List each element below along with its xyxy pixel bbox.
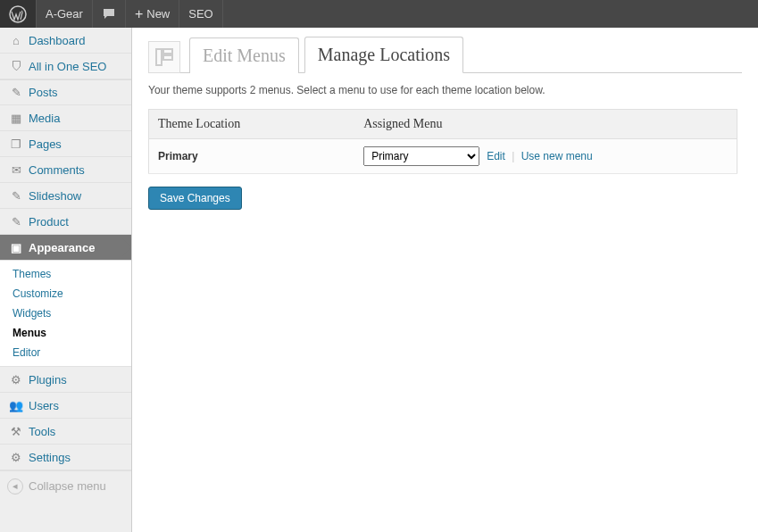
sidebar-item-plugins[interactable]: ⚙ Plugins xyxy=(0,367,131,393)
submenu-item-customize[interactable]: Customize xyxy=(0,284,131,303)
tab-label: Edit Menus xyxy=(203,46,286,65)
submenu-item-themes[interactable]: Themes xyxy=(0,264,131,284)
plugin-icon: ⚙ xyxy=(7,373,25,387)
wordpress-icon xyxy=(9,5,27,23)
row-actions: Edit | Use new menu xyxy=(487,150,593,162)
tab-edit-menus[interactable]: Edit Menus xyxy=(189,37,299,73)
new-content-link[interactable]: + New xyxy=(126,0,179,28)
pin-icon: ✎ xyxy=(7,86,25,99)
sidebar-item-label: Settings xyxy=(29,451,71,464)
comment-icon: ✉ xyxy=(7,163,25,177)
sidebar-item-label: Plugins xyxy=(29,373,67,387)
save-changes-button[interactable]: Save Changes xyxy=(148,187,242,210)
media-icon: ▦ xyxy=(7,112,25,125)
sidebar-item-label: Users xyxy=(29,399,59,412)
seo-label: SEO xyxy=(188,7,212,21)
new-label: New xyxy=(146,7,170,21)
site-name-link[interactable]: A-Gear xyxy=(37,0,93,28)
shield-icon: ⛉ xyxy=(7,60,25,73)
edit-link[interactable]: Edit xyxy=(487,150,505,162)
comments-bubble[interactable] xyxy=(93,0,126,28)
submenu-item-editor[interactable]: Editor xyxy=(0,343,131,362)
tools-icon: ⚒ xyxy=(7,425,25,438)
use-new-menu-link[interactable]: Use new menu xyxy=(521,150,593,162)
sidebar-item-posts[interactable]: ✎ Posts xyxy=(0,79,131,105)
tab-bar: Edit Menus Manage Locations xyxy=(148,37,742,73)
pin-icon: ✎ xyxy=(7,189,25,203)
admin-toolbar: A-Gear + New SEO xyxy=(0,0,758,28)
dashboard-icon: ⌂ xyxy=(7,34,25,47)
tab-label: Manage Locations xyxy=(318,45,450,64)
sidebar-item-users[interactable]: 👥 Users xyxy=(0,393,131,419)
svg-rect-2 xyxy=(163,49,172,54)
collapse-label: Collapse menu xyxy=(29,479,106,493)
sidebar-item-label: Media xyxy=(29,112,60,125)
chevron-left-icon: ◂ xyxy=(7,478,23,495)
pin-icon: ✎ xyxy=(7,215,25,229)
appearance-icon: ▣ xyxy=(7,241,25,254)
sidebar-item-tools[interactable]: ⚒ Tools xyxy=(0,419,131,445)
col-theme-location: Theme Location xyxy=(149,110,355,139)
location-name: Primary xyxy=(149,139,355,174)
locations-table: Theme Location Assigned Menu Primary Pri… xyxy=(148,109,737,174)
users-icon: 👥 xyxy=(7,399,25,412)
submenu-item-widgets[interactable]: Widgets xyxy=(0,303,131,323)
sidebar-item-dashboard[interactable]: ⌂ Dashboard xyxy=(0,28,131,54)
table-row: Primary Primary Edit | Use new menu xyxy=(149,139,737,174)
separator: | xyxy=(512,150,514,162)
admin-sidebar: ⌂ Dashboard ⛉ All in One SEO ✎ Posts ▦ M… xyxy=(0,28,132,532)
page-icon: ❐ xyxy=(7,137,25,151)
wordpress-logo[interactable] xyxy=(0,0,37,28)
sidebar-item-label: Dashboard xyxy=(29,34,86,47)
site-name: A-Gear xyxy=(46,7,83,21)
sidebar-item-appearance[interactable]: ▣ Appearance xyxy=(0,235,131,261)
tab-manage-locations[interactable]: Manage Locations xyxy=(304,37,463,73)
collapse-menu-button[interactable]: ◂ Collapse menu xyxy=(0,470,131,501)
appearance-submenu: Themes Customize Widgets Menus Editor xyxy=(0,261,131,367)
svg-rect-3 xyxy=(163,55,172,60)
sidebar-item-label: Product xyxy=(29,215,69,229)
sidebar-item-label: Tools xyxy=(29,425,55,438)
sidebar-item-label: Comments xyxy=(29,163,85,177)
seo-link[interactable]: SEO xyxy=(179,0,222,28)
plus-icon: + xyxy=(135,6,143,22)
comment-icon xyxy=(102,7,116,21)
sidebar-item-product[interactable]: ✎ Product xyxy=(0,209,131,235)
settings-icon: ⚙ xyxy=(7,451,25,464)
sidebar-item-label: All in One SEO xyxy=(29,60,106,73)
sidebar-item-label: Posts xyxy=(29,86,58,99)
assigned-menu-select[interactable]: Primary xyxy=(363,146,479,166)
sidebar-item-media[interactable]: ▦ Media xyxy=(0,105,131,131)
sidebar-item-label: Appearance xyxy=(29,241,95,254)
sidebar-item-slideshow[interactable]: ✎ Slideshow xyxy=(0,183,131,209)
sidebar-item-label: Slideshow xyxy=(29,189,81,203)
sidebar-item-comments[interactable]: ✉ Comments xyxy=(0,157,131,183)
screen-icon xyxy=(148,41,180,73)
menu-screen-icon xyxy=(154,46,175,68)
submenu-item-menus[interactable]: Menus xyxy=(0,323,131,343)
page-description: Your theme supports 2 menus. Select a me… xyxy=(148,84,742,96)
col-assigned-menu: Assigned Menu xyxy=(354,110,737,139)
sidebar-item-settings[interactable]: ⚙ Settings xyxy=(0,445,131,470)
sidebar-item-aioseo[interactable]: ⛉ All in One SEO xyxy=(0,54,131,79)
main-content: Edit Menus Manage Locations Your theme s… xyxy=(132,28,758,532)
sidebar-item-label: Pages xyxy=(29,137,62,151)
svg-rect-1 xyxy=(156,49,162,65)
sidebar-item-pages[interactable]: ❐ Pages xyxy=(0,131,131,157)
